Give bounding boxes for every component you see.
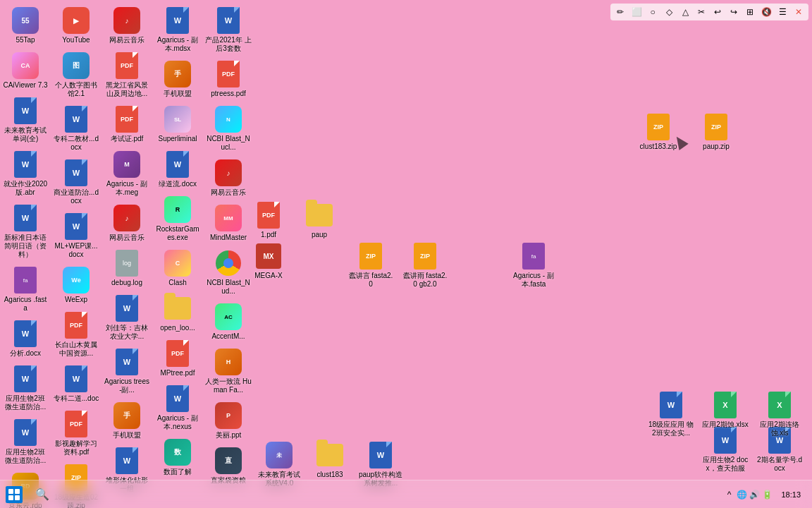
tray-volume[interactable]: 🔊 <box>749 489 760 500</box>
icon-liujia[interactable]: W 刘佳等：吉林农业大学... <box>102 291 152 344</box>
diamond-icon[interactable]: ◇ <box>662 5 676 19</box>
icon-clust183-folder[interactable]: clust183 <box>305 438 355 482</box>
icon-debug[interactable]: log debug.log <box>102 246 152 290</box>
icon-yingyong1[interactable]: W 应用生物2班 微生道防治... <box>1 362 50 414</box>
icon-weexp[interactable]: We WeExp <box>51 263 101 307</box>
icon-yingxiang[interactable]: PDF 影视趣解学习资料.pdf <box>51 407 101 459</box>
icon-mptree[interactable]: PDF MPtree.pdf <box>153 337 202 380</box>
rect-icon[interactable]: ⬜ <box>629 5 644 19</box>
icon-agaricus-mdsx[interactable]: W Agaricus - 副本.mdsx <box>153 4 202 56</box>
icon-changbai[interactable]: PDF 长白山木黄属中国资源... <box>51 308 101 361</box>
icon-shoujie2[interactable]: 手 手机联盟 <box>153 57 202 101</box>
icon-shuamianliaojie[interactable]: 数 数面了解 <box>153 435 202 479</box>
icon-luodao[interactable]: W 绿道流.docx <box>153 147 202 191</box>
redo-icon[interactable]: ↪ <box>727 5 741 19</box>
icon-clust183-zip[interactable]: ZIP clust183.zip <box>634 110 683 154</box>
taskbar-right: ^ 🌐 🔊 🔋 18:13 <box>723 489 812 500</box>
icon-fasta20[interactable]: ZIP 蠹讲言 fasta2.0 <box>346 239 395 291</box>
icon-megax[interactable]: MX MEGA-X <box>244 239 293 283</box>
icon-163music[interactable]: ♪ 网易云音乐 <box>102 4 152 47</box>
icon-agaricus-meg[interactable]: M Agaricus - 副本.meg <box>102 147 152 200</box>
icon-shoujie1[interactable]: 手 手机联盟 <box>102 399 152 442</box>
grid-icon[interactable]: ⊞ <box>743 5 757 19</box>
icon-accentm[interactable]: AC AccentM... <box>204 300 253 344</box>
icon-163music3[interactable]: ♪ 网易云音乐 <box>204 156 253 200</box>
icon-agaricus-fasta3[interactable]: fa Agaricus - 副本.fasta <box>509 239 558 291</box>
start-button[interactable] <box>0 480 28 509</box>
icon-luoji2021[interactable]: W 产品2021年 上后3套数 <box>204 4 253 56</box>
icon-clash[interactable]: C Clash <box>153 246 202 290</box>
mute-icon[interactable]: 🔇 <box>759 5 773 19</box>
icon-zhiye[interactable]: W 就业作业2020版.abr <box>1 147 50 200</box>
menu-icon[interactable]: ☰ <box>775 5 789 19</box>
icon-geshu[interactable]: 图 个人数字图书馆2.1 <box>51 49 101 101</box>
icon-erke-docx[interactable]: W 专科二教材...docx <box>51 102 101 155</box>
icon-caviewer[interactable]: CA CAiViewer 7.3 <box>1 49 50 92</box>
icon-mlwep[interactable]: W ML+WEP课...docx <box>51 210 101 262</box>
icon-open-loo[interactable]: open_loo... <box>153 291 202 335</box>
icon-fasta-gb2[interactable]: ZIP 蠹讲雨 fasta2.0 gb2.0 <box>400 239 450 291</box>
icon-ptreess[interactable]: PDF ptreess.pdf <box>204 57 253 101</box>
icon-kaoshi-pdf[interactable]: PDF 考试证.pdf <box>102 102 152 146</box>
icon-shangwu[interactable]: W 商业道防治...docx <box>51 156 101 208</box>
close-icon[interactable]: ✕ <box>792 5 806 19</box>
system-tray: ^ 🌐 🔊 🔋 <box>723 489 773 500</box>
icon-rockstar[interactable]: R RockstarGames.exe <box>153 193 202 245</box>
icon-ncbi1[interactable]: N NCBI Blast_Nucl... <box>204 102 253 155</box>
icon-55tap[interactable]: 55 55Tap <box>1 4 50 47</box>
icon-erke2[interactable]: W 专科二道...doc <box>51 362 101 406</box>
undo-icon[interactable]: ↩ <box>710 5 725 19</box>
icon-heilongjiang[interactable]: PDF 黑龙江省风景山及周边地... <box>102 49 152 101</box>
icon-renlei[interactable]: H 人类一致流 Human Fa... <box>204 345 253 397</box>
icon-fenxi[interactable]: W 分析.docx <box>1 317 50 361</box>
tray-expand[interactable]: ^ <box>723 489 734 500</box>
icon-paup-zip[interactable]: ZIP paup.zip <box>691 110 741 154</box>
search-button[interactable]: 🔍 <box>28 480 56 509</box>
icon-yingyong-xlsx[interactable]: X 应用2期蚀.xlsx <box>701 388 750 440</box>
icon-agaricus-trees[interactable]: W Agaricus trees-副... <box>102 345 152 397</box>
icon-youtube[interactable]: ▶ YouTube <box>51 4 101 47</box>
pencil-icon[interactable]: ✏ <box>613 5 627 19</box>
icon-weimiao-kaoshi-1[interactable]: W 未来教育考试单词(全) <box>1 94 50 146</box>
taskbar: 🔍 ^ 🌐 🔊 🔋 18:13 <box>0 480 812 508</box>
icon-superliminal[interactable]: SL Superliminal <box>153 102 202 146</box>
icon-paup-folder[interactable]: paup <box>295 198 344 242</box>
scissors-icon[interactable]: ✂ <box>694 5 708 19</box>
top-toolbar: ✏ ⬜ ○ ◇ △ ✂ ↩ ↪ ⊞ 🔇 ☰ ✕ <box>610 4 808 20</box>
triangle-icon[interactable]: △ <box>678 5 692 19</box>
tray-battery[interactable]: 🔋 <box>761 489 773 500</box>
icon-agaricus-nexus[interactable]: W Agaricus - 副本.nexus <box>153 382 202 434</box>
icon-18ji[interactable]: W 18级应应用 物2班安全实... <box>646 388 696 440</box>
icon-yingyong-luoji[interactable]: X 应用2期连络蚀.xls <box>755 388 804 440</box>
icon-agaricus-fasta[interactable]: fa Agaricus .fasta <box>1 263 50 315</box>
icon-jiangppt[interactable]: P 美丽.ppt <box>204 399 253 442</box>
icon-yingyong2[interactable]: W 应用生物2班 微生道防治... <box>1 416 50 468</box>
icon-xinbiaozhu[interactable]: W 新标准日本语 简明日语（资料） <box>1 201 50 262</box>
desktop: ✏ ⬜ ○ ◇ △ ✂ ↩ ↪ ⊞ 🔇 ☰ ✕ 55 55Tap CA CAiV… <box>0 0 812 508</box>
system-clock[interactable]: 18:13 <box>775 490 806 499</box>
tray-network[interactable]: 🌐 <box>736 489 747 500</box>
circle-icon[interactable]: ○ <box>646 5 660 19</box>
icon-163music2[interactable]: ♪ 网易云音乐 <box>102 201 152 245</box>
